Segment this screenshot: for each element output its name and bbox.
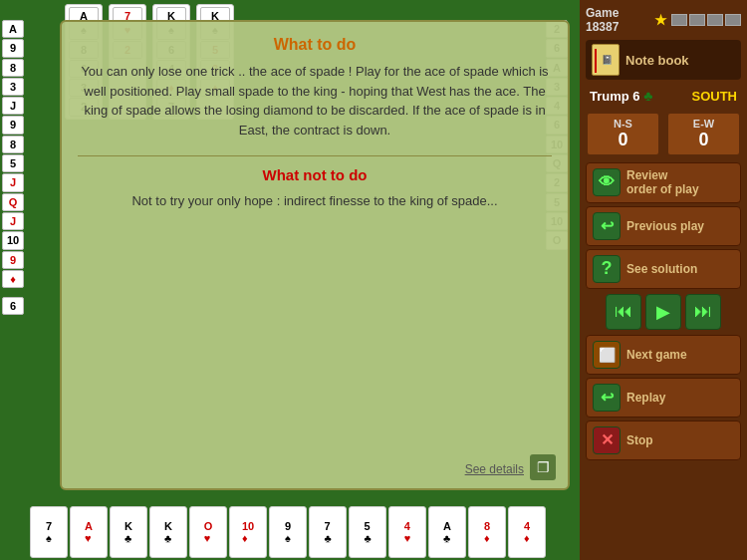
see-details-button[interactable]: See details [465, 462, 524, 476]
stop-icon: ✕ [593, 426, 621, 454]
nextgame-icon: ⬜ [593, 341, 621, 369]
diff-box-1 [671, 14, 687, 26]
card-oh: O♥ [189, 506, 227, 558]
rewind-button[interactable]: ⏮ [606, 294, 641, 330]
replay-icon: ↩ [593, 384, 621, 412]
what-to-do-title: What to do [78, 36, 552, 54]
game-title: Game 18387 [586, 6, 650, 34]
fastforward-button[interactable]: ⏭ [685, 294, 721, 330]
playback-controls: ⏮ ▶ ⏭ [586, 294, 741, 330]
notebook-icon: 📓 [592, 44, 620, 76]
what-not-text: Not to try your only hope : indirect fin… [78, 191, 552, 211]
card-kc2: K♣ [149, 506, 187, 558]
score-ew-label: E-W [672, 118, 735, 130]
card-9s: 9♠ [269, 506, 307, 558]
previous-icon: ↩ [593, 212, 621, 240]
card-8d: 8♦ [468, 506, 506, 558]
notebook-label: Note book [625, 53, 689, 68]
review-label: Revieworder of play [626, 168, 699, 197]
south-hand: 7♠ A♥ K♣ K♣ O♥ 10♦ 9♠ 7♣ [30, 506, 546, 558]
card-4h: 4♥ [388, 506, 426, 558]
card-4d: 4♦ [508, 506, 546, 558]
divider [78, 155, 552, 156]
right-panel: Game 18387 ★ 📓 Note book Trump 6 ♣ SOUT [580, 0, 747, 560]
what-to-do-text: You can only lose one trick .. the ace o… [78, 62, 552, 140]
card-10d: 10♦ [229, 506, 267, 558]
diff-box-2 [689, 14, 705, 26]
copy-icon[interactable]: ❐ [530, 454, 556, 480]
trump-row: Trump 6 ♣ SOUTH [586, 86, 741, 106]
replay-label: Replay [626, 391, 665, 405]
diff-box-3 [707, 14, 723, 26]
game-area: A♠ 8 6 3 2 7♥ 2 K♠ 6 4 [0, 0, 580, 560]
solution-label: See solution [626, 262, 697, 276]
next-game-button[interactable]: ⬜ Next game [586, 335, 741, 375]
solution-icon: ? [593, 255, 621, 283]
replay-button[interactable]: ↩ Replay [586, 378, 741, 418]
what-not-title: What not to do [78, 166, 552, 183]
diff-box-4 [725, 14, 741, 26]
trump-info: Trump 6 ♣ [590, 88, 652, 104]
stop-label: Stop [626, 433, 653, 447]
trump-suit: ♣ [643, 88, 652, 104]
score-ew-value: 0 [672, 130, 735, 150]
score-ns: N-S 0 [586, 112, 660, 156]
action-buttons: 👁 Revieworder of play ↩ Previous play ? … [586, 162, 741, 460]
difficulty-boxes [671, 14, 741, 26]
stop-button[interactable]: ✕ Stop [586, 420, 741, 460]
previous-play-button[interactable]: ↩ Previous play [586, 206, 741, 246]
west-hand: A 9 8 3 J 9 8 5 J Q J 10 9 ♦ 6 [2, 20, 24, 315]
previous-label: Previous play [626, 219, 704, 233]
score-ns-value: 0 [592, 130, 654, 150]
score-section: N-S 0 E-W 0 [586, 112, 741, 156]
score-ew: E-W 0 [666, 112, 741, 156]
direction-label: SOUTH [692, 89, 738, 104]
card-kc1: K♣ [110, 506, 147, 558]
main-layout: A♠ 8 6 3 2 7♥ 2 K♠ 6 4 [0, 0, 747, 560]
review-button[interactable]: 👁 Revieworder of play [586, 162, 741, 203]
see-solution-button[interactable]: ? See solution [586, 249, 741, 289]
score-ns-label: N-S [592, 118, 654, 130]
nextgame-label: Next game [626, 348, 687, 362]
card-7c: 7♣ [309, 506, 347, 558]
card-ah: A♥ [70, 506, 108, 558]
star-icon: ★ [654, 12, 667, 28]
game-title-row: Game 18387 ★ [586, 6, 741, 34]
card-ac: A♣ [428, 506, 466, 558]
card-5c: 5♣ [349, 506, 386, 558]
review-icon: 👁 [593, 168, 621, 196]
notebook-section[interactable]: 📓 Note book [586, 40, 741, 80]
play-button[interactable]: ▶ [645, 294, 681, 330]
info-overlay: What to do You can only lose one trick .… [60, 20, 570, 490]
card-7s: 7♠ [30, 506, 68, 558]
